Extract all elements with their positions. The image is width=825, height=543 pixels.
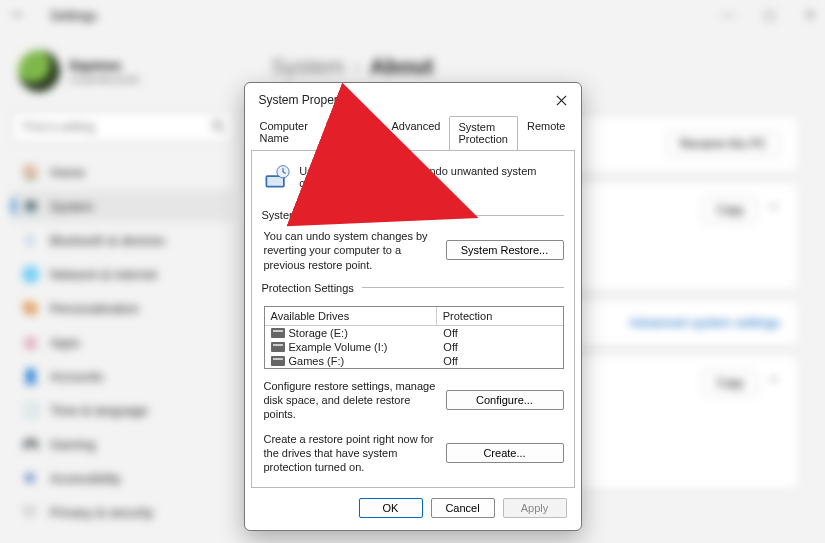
chevron-up-icon: ⌃ bbox=[767, 374, 780, 393]
sidebar-item-home[interactable]: 🏠Home bbox=[12, 156, 233, 188]
gaming-icon: 🎮 bbox=[22, 436, 38, 452]
create-button[interactable]: Create... bbox=[446, 443, 564, 463]
tab-system-protection[interactable]: System Protection bbox=[449, 116, 518, 150]
sidebar-item-gaming[interactable]: 🎮Gaming bbox=[12, 428, 233, 460]
svg-point-0 bbox=[213, 121, 222, 130]
tab-computer-name[interactable]: Computer Name bbox=[251, 115, 317, 149]
sidebar-item-accounts[interactable]: 👤Accounts bbox=[12, 360, 233, 392]
minimize-button[interactable]: — bbox=[722, 8, 734, 22]
col-available-drives[interactable]: Available Drives bbox=[265, 307, 437, 326]
sidebar-item-accessibility[interactable]: ✺Accessibility bbox=[12, 462, 233, 494]
network-icon: 🌐 bbox=[22, 266, 38, 282]
copy-button-2[interactable]: Copy bbox=[703, 370, 757, 396]
system-properties-dialog: System Properties Computer Name Hardware… bbox=[244, 82, 582, 531]
col-protection[interactable]: Protection bbox=[437, 307, 563, 326]
configure-text: Configure restore settings, manage disk … bbox=[264, 379, 436, 422]
protection-icon bbox=[262, 161, 292, 193]
tab-remote[interactable]: Remote bbox=[518, 115, 575, 149]
disk-icon bbox=[271, 342, 285, 352]
intro-text: Use system protection to undo unwanted s… bbox=[299, 165, 563, 189]
tab-hardware[interactable]: Hardware bbox=[317, 115, 383, 149]
sidebar-item-privacy[interactable]: 🛡Privacy & security bbox=[12, 496, 233, 528]
user-name: Equinox bbox=[70, 58, 139, 73]
svg-line-1 bbox=[221, 129, 225, 133]
breadcrumb-sep-icon: › bbox=[354, 58, 359, 76]
sidebar-item-apps[interactable]: ▦Apps bbox=[12, 326, 233, 358]
avatar bbox=[18, 50, 60, 92]
tab-advanced[interactable]: Advanced bbox=[382, 115, 449, 149]
configure-button[interactable]: Configure... bbox=[446, 390, 564, 410]
drives-table[interactable]: Available Drives Protection Storage (E:)… bbox=[264, 306, 564, 369]
disk-icon bbox=[271, 356, 285, 366]
bluetooth-icon: ᛒ bbox=[22, 232, 38, 248]
advanced-system-settings-link[interactable]: Advanced system settings bbox=[629, 315, 780, 330]
breadcrumb: System › About bbox=[271, 54, 799, 80]
nav: 🏠Home 💻System ᛒBluetooth & devices 🌐Netw… bbox=[12, 156, 233, 528]
cancel-button[interactable]: Cancel bbox=[431, 498, 495, 518]
dialog-close-button[interactable] bbox=[553, 91, 571, 109]
window-close-button[interactable]: ✕ bbox=[805, 8, 815, 22]
drive-row[interactable]: Storage (E:) Off bbox=[265, 326, 563, 340]
search-icon bbox=[211, 119, 225, 137]
user-sub: Local Account bbox=[70, 73, 139, 85]
disk-icon bbox=[271, 328, 285, 338]
system-icon: 💻 bbox=[22, 198, 38, 214]
shield-icon: 🛡 bbox=[22, 504, 38, 520]
rename-pc-button[interactable]: Rename this PC bbox=[667, 131, 780, 157]
drive-row[interactable]: Games (F:) Off bbox=[265, 354, 563, 368]
breadcrumb-parent[interactable]: System bbox=[271, 54, 344, 80]
apps-icon: ▦ bbox=[22, 334, 38, 350]
group-system-restore: System Restore bbox=[262, 209, 564, 221]
sidebar-item-personalization[interactable]: 🎨Personalization bbox=[12, 292, 233, 324]
dialog-title: System Properties bbox=[259, 93, 357, 107]
sidebar-item-network[interactable]: 🌐Network & internet bbox=[12, 258, 233, 290]
drive-row[interactable]: Example Volume (I:) Off bbox=[265, 340, 563, 354]
clock-icon: 🕑 bbox=[22, 402, 38, 418]
page-title: About bbox=[370, 54, 434, 80]
apply-button[interactable]: Apply bbox=[503, 498, 567, 518]
home-icon: 🏠 bbox=[22, 164, 38, 180]
accessibility-icon: ✺ bbox=[22, 470, 38, 486]
maximize-button[interactable]: ▢ bbox=[764, 8, 775, 22]
sidebar-item-bluetooth[interactable]: ᛒBluetooth & devices bbox=[12, 224, 233, 256]
personalization-icon: 🎨 bbox=[22, 300, 38, 316]
accounts-icon: 👤 bbox=[22, 368, 38, 384]
user-block[interactable]: Equinox Local Account bbox=[12, 40, 233, 106]
system-restore-button[interactable]: System Restore... bbox=[446, 240, 564, 260]
back-icon[interactable]: ← bbox=[10, 5, 30, 25]
ok-button[interactable]: OK bbox=[359, 498, 423, 518]
sidebar-item-time-language[interactable]: 🕑Time & language bbox=[12, 394, 233, 426]
chevron-up-icon: ⌃ bbox=[767, 201, 780, 220]
copy-button[interactable]: Copy bbox=[703, 197, 757, 223]
create-text: Create a restore point right now for the… bbox=[264, 432, 436, 475]
search-input[interactable] bbox=[12, 112, 233, 142]
group-protection-settings: Protection Settings bbox=[262, 282, 564, 294]
dialog-tabs: Computer Name Hardware Advanced System P… bbox=[245, 115, 581, 150]
restore-text: You can undo system changes by reverting… bbox=[264, 229, 436, 272]
app-title: Settings bbox=[50, 8, 97, 23]
svg-rect-5 bbox=[268, 177, 284, 186]
sidebar-item-system[interactable]: 💻System bbox=[12, 190, 233, 222]
